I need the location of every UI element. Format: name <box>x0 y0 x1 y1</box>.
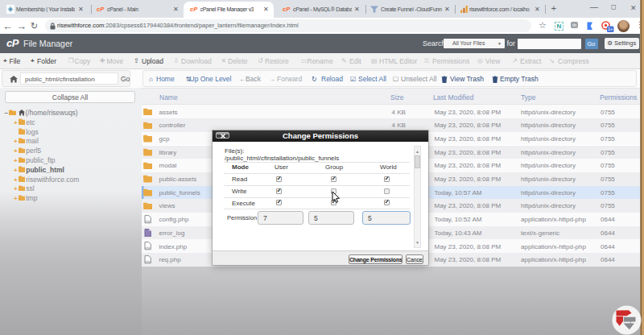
svg-text:php: php <box>145 220 150 223</box>
svg-text:php: php <box>145 246 150 250</box>
svg-text:php: php <box>145 260 150 263</box>
svg-text:1+: 1+ <box>608 27 613 31</box>
